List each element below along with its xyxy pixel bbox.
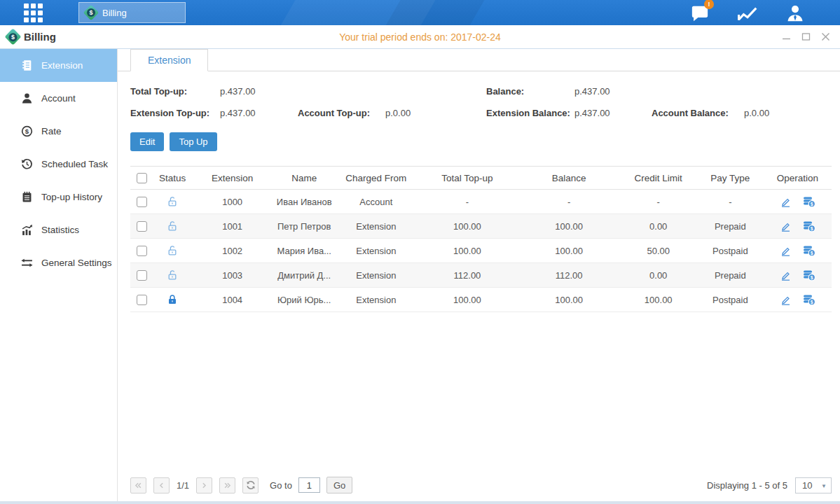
cell-name: Иван Иванов [273, 190, 336, 214]
cell-charged-from: Extension [336, 288, 416, 312]
account-topup-label: Account Top-up: [298, 108, 385, 118]
pagination-bar: 1/1 Go to Go Displaying 1 - 5 of 5 [130, 472, 832, 501]
sidebar-item-topup-history[interactable]: Top-up History [0, 181, 117, 214]
user-account-icon[interactable] [783, 3, 808, 22]
cell-balance: 100.00 [518, 214, 620, 239]
notifications-chat-icon[interactable]: ! [687, 3, 712, 22]
first-page-button[interactable] [130, 477, 146, 493]
maximize-button[interactable] [801, 32, 811, 41]
row-checkbox[interactable] [137, 270, 147, 281]
sidebar-item-label: Statistics [41, 225, 79, 235]
ledger-icon [21, 59, 33, 71]
top-up-coins-icon[interactable]: $ [803, 195, 815, 208]
cell-name: Дмитрий Д... [273, 263, 336, 288]
select-all-checkbox[interactable] [137, 173, 147, 183]
column-header: Charged From [336, 167, 416, 190]
tab-extension[interactable]: Extension [130, 49, 208, 71]
table-header-row: StatusExtensionNameCharged FromTotal Top… [130, 167, 832, 190]
minimize-button[interactable] [782, 32, 791, 41]
refresh-icon[interactable] [242, 477, 259, 493]
page-indicator: 1/1 [177, 480, 189, 491]
sidebar-item-general-settings[interactable]: General Settings [0, 246, 117, 279]
total-topup-value: p.437.00 [220, 86, 298, 97]
svg-text:$: $ [811, 226, 813, 232]
tab-bar: Extension [118, 49, 840, 71]
sidebar-item-label: Top-up History [41, 192, 102, 202]
trial-notice: Your trial period ends on: 2017-02-24 [0, 31, 840, 43]
top-up-coins-icon[interactable]: $ [803, 269, 815, 281]
next-page-button[interactable] [196, 477, 212, 493]
dollar-circle-icon: $ [21, 125, 33, 137]
close-button[interactable] [821, 32, 830, 41]
cell-charged-from: Account [336, 190, 416, 214]
table-row: 1003Дмитрий Д...Extension112.00112.000.0… [130, 263, 832, 288]
sliders-icon [21, 257, 33, 269]
goto-page-input[interactable] [298, 477, 320, 493]
sidebar-item-label: Rate [41, 126, 62, 136]
edit-icon[interactable] [780, 196, 792, 208]
column-header: Balance [518, 167, 620, 190]
edit-icon[interactable] [780, 220, 792, 232]
cell-extension: 1003 [192, 263, 273, 288]
table-row: 1001Петр ПетровExtension100.00100.000.00… [130, 214, 832, 239]
cell-credit-limit: 50.00 [620, 239, 697, 263]
extension-table-body: 1000Иван ИвановAccount----$1001Петр Петр… [130, 190, 832, 312]
account-balance-value: p.0.00 [744, 108, 769, 118]
notification-badge: ! [704, 0, 714, 9]
bar-chart-icon [21, 224, 33, 236]
row-checkbox[interactable] [137, 246, 147, 256]
statistics-chart-icon[interactable] [735, 3, 760, 22]
column-header: Total Top-up [416, 167, 518, 190]
locked-lock-icon [167, 294, 178, 305]
top-up-coins-icon[interactable]: $ [803, 220, 815, 232]
edit-icon[interactable] [780, 294, 792, 306]
sidebar: Extension Account $ Rate Scheduled Task [0, 49, 118, 501]
top-up-coins-icon[interactable]: $ [803, 293, 815, 306]
account-balance-label: Account Balance: [652, 108, 744, 118]
app-launcher-grid-icon[interactable] [24, 4, 43, 22]
cell-total-topup: 112.00 [416, 263, 518, 288]
notepad-icon [21, 191, 33, 203]
svg-text:$: $ [25, 127, 29, 135]
cell-pay-type: - [697, 190, 764, 214]
sidebar-item-account[interactable]: Account [0, 82, 117, 115]
top-up-button[interactable]: Top Up [170, 132, 216, 151]
row-checkbox[interactable] [137, 221, 147, 232]
top-up-coins-icon[interactable]: $ [803, 244, 815, 257]
page-size-select[interactable]: 10 ▼ [795, 477, 832, 493]
sidebar-item-rate[interactable]: $ Rate [0, 115, 117, 148]
row-checkbox[interactable] [137, 197, 147, 207]
unlocked-lock-icon [167, 270, 178, 281]
cell-pay-type: Postpaid [697, 239, 764, 263]
column-header: Name [273, 167, 336, 190]
sidebar-item-extension[interactable]: Extension [0, 49, 117, 82]
cell-balance: 100.00 [518, 288, 620, 312]
prev-page-button[interactable] [153, 477, 170, 493]
column-header: Operation [764, 167, 832, 190]
sidebar-item-scheduled-task[interactable]: Scheduled Task [0, 148, 117, 181]
goto-label: Go to [270, 480, 292, 491]
edit-icon[interactable] [780, 270, 792, 281]
last-page-button[interactable] [219, 477, 235, 493]
svg-text:$: $ [811, 251, 813, 256]
extension-table: StatusExtensionNameCharged FromTotal Top… [130, 166, 832, 312]
row-checkbox[interactable] [137, 295, 147, 305]
cell-charged-from: Extension [336, 239, 416, 263]
history-clock-icon [21, 158, 33, 170]
edit-button[interactable]: Edit [130, 132, 164, 151]
cell-pay-type: Prepaid [697, 263, 764, 288]
taskbar-tab-billing[interactable]: $ Billing [78, 2, 186, 23]
svg-text:$: $ [811, 275, 813, 281]
cell-extension: 1002 [192, 239, 273, 263]
edit-icon[interactable] [780, 245, 792, 257]
column-header: Pay Type [697, 167, 764, 190]
table-row: 1000Иван ИвановAccount----$ [130, 190, 832, 214]
go-button[interactable]: Go [326, 477, 352, 493]
cell-charged-from: Extension [336, 214, 416, 239]
chevron-down-icon: ▼ [821, 483, 827, 489]
cell-extension: 1004 [192, 288, 273, 312]
cell-extension: 1001 [192, 214, 273, 239]
cell-balance: 100.00 [518, 239, 620, 263]
sidebar-item-statistics[interactable]: Statistics [0, 214, 117, 246]
cell-name: Петр Петров [273, 214, 336, 239]
